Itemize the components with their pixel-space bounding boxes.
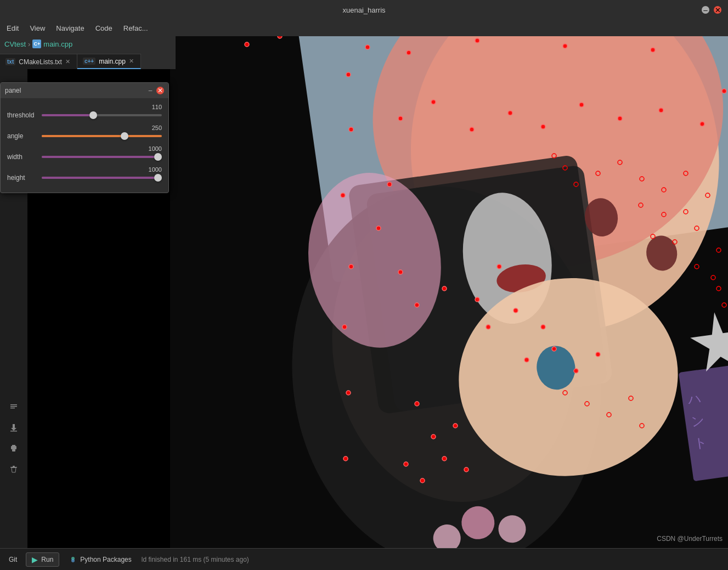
angle-value: 250 [7,125,162,131]
python-icon [69,556,77,563]
svg-point-79 [513,308,518,313]
width-thumb[interactable] [154,153,162,161]
svg-point-34 [346,72,351,77]
svg-point-77 [486,325,490,329]
tab-main[interactable]: c++ main.cpp ✕ [77,54,141,69]
tab-main-label: main.cpp [99,58,126,65]
tab-main-close[interactable]: ✕ [129,58,134,65]
angle-label: angle [7,132,37,140]
svg-point-46 [579,103,584,107]
svg-point-35 [349,127,353,132]
width-label-row: width [7,153,162,161]
sidebar-icon-download[interactable] [5,419,22,436]
menu-view[interactable]: View [25,23,49,33]
height-fill [42,177,158,179]
breadcrumb-separator: › [28,40,30,48]
svg-point-84 [596,352,600,357]
width-track[interactable] [42,156,162,158]
height-value: 1000 [7,166,162,173]
image-viewport: ハ ン ト [170,20,728,548]
svg-point-32 [651,48,655,52]
svg-point-47 [618,116,622,121]
panel-title: panel [5,87,21,94]
threshold-thumb[interactable] [89,111,97,119]
svg-point-92 [453,424,458,428]
tab-cmake-icon: txt [5,58,15,65]
threshold-label: threshold [7,111,37,119]
svg-rect-108 [12,445,15,447]
breadcrumb-file[interactable]: main.cpp [43,40,72,48]
menu-navigate[interactable]: Navigate [52,23,88,33]
sidebar-icon-list[interactable] [5,398,22,415]
svg-point-93 [442,456,447,461]
angle-label-row: angle [7,132,162,140]
svg-marker-104 [11,428,16,431]
threshold-label-row: threshold [7,111,162,119]
menu-edit[interactable]: Edit [2,23,23,33]
run-label: Run [41,556,53,563]
run-icon: ▶ [32,555,38,564]
panel-close-button[interactable]: ✕ [156,87,164,94]
svg-text:ト: ト [693,434,708,450]
sidebar-icon-print[interactable] [5,440,22,456]
file-cpp-icon: C+ [32,39,41,48]
svg-point-41 [398,116,403,121]
svg-rect-101 [10,406,17,407]
svg-point-23 [245,42,249,47]
angle-track[interactable] [42,135,162,137]
git-button[interactable]: Git [4,554,21,566]
svg-point-45 [541,125,545,129]
svg-rect-110 [13,466,15,467]
menu-code[interactable]: Code [91,23,117,33]
python-packages-label: Python Packages [80,556,131,563]
svg-point-71 [387,182,392,187]
svg-point-82 [552,347,556,351]
width-label: width [7,153,37,161]
angle-thumb[interactable] [121,132,128,140]
svg-point-39 [346,391,351,395]
sidebar-icon-delete[interactable] [5,461,22,477]
close-button[interactable]: ✕ [714,6,721,14]
panel-content: 110 threshold 250 angle 1000 [1,98,168,193]
svg-point-112 [71,559,75,562]
svg-point-95 [420,478,425,483]
svg-point-25 [365,45,370,49]
width-slider-row: 1000 width [7,145,162,161]
svg-text:ン: ン [690,413,706,429]
svg-rect-103 [13,424,15,428]
breadcrumb-project[interactable]: CVtest [4,40,26,48]
status-bar: Git ▶ Run Python Packages ld finished in… [0,548,728,570]
svg-point-26 [407,50,411,55]
title-bar: xuenai_harris – ✕ [0,0,728,20]
svg-point-48 [659,108,663,112]
svg-point-40 [343,456,348,461]
tab-cmake[interactable]: txt CMakeLists.txt ✕ [0,54,77,69]
threshold-fill [42,114,93,116]
python-packages-button[interactable]: Python Packages [64,554,137,566]
svg-point-74 [415,303,419,307]
svg-point-96 [404,462,408,466]
panel-minimize-button[interactable]: – [146,87,154,94]
height-thumb[interactable] [154,174,162,182]
angle-slider-row: 250 angle [7,125,162,140]
panel-header[interactable]: panel – ✕ [1,83,168,98]
menu-bar: Edit View Navigate Code Refac... [0,20,728,36]
threshold-track[interactable] [42,114,162,116]
breadcrumb: CVtest › C+ main.cpp [0,36,176,52]
svg-rect-105 [10,431,17,432]
minimize-button[interactable]: – [702,6,709,14]
svg-point-36 [341,193,345,197]
anime-svg: ハ ン ト [170,20,728,548]
svg-point-78 [497,264,501,269]
run-button[interactable]: ▶ Run [26,552,59,567]
height-track[interactable] [42,177,162,179]
menu-refactor[interactable]: Refac... [119,23,153,33]
svg-point-90 [415,402,419,406]
tab-cmake-close[interactable]: ✕ [65,58,70,65]
svg-rect-100 [10,404,17,405]
svg-point-38 [342,325,347,329]
svg-rect-102 [10,408,15,409]
svg-point-50 [722,89,726,93]
svg-text:ハ: ハ [686,391,702,407]
status-text: ld finished in 161 ms (5 minutes ago) [142,556,249,563]
